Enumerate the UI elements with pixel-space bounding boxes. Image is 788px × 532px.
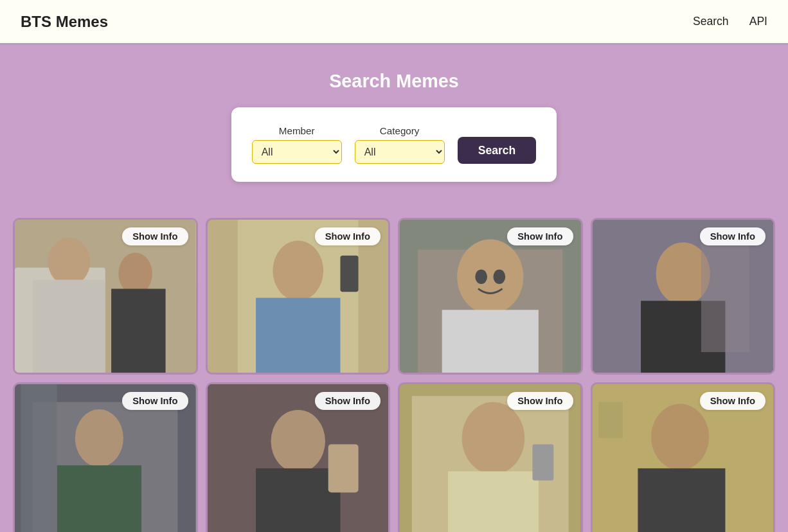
show-info-button[interactable]: Show Info bbox=[122, 227, 188, 245]
meme-card: Show Info bbox=[591, 382, 776, 532]
meme-card: Show Info bbox=[13, 218, 198, 375]
show-info-button[interactable]: Show Info bbox=[507, 227, 573, 245]
meme-card: Show Info bbox=[398, 218, 583, 375]
nav-api-link[interactable]: API bbox=[749, 15, 767, 28]
category-field: Category AllFunnyCuteReactionDancing bbox=[355, 125, 445, 164]
svg-point-15 bbox=[475, 269, 487, 284]
search-row: Member AllRMJinSugaJ-HopeJiminVJungkook … bbox=[252, 125, 537, 164]
site-title: BTS Memes bbox=[21, 13, 108, 31]
svg-rect-10 bbox=[340, 256, 358, 292]
svg-rect-20 bbox=[641, 301, 725, 373]
svg-point-2 bbox=[48, 238, 91, 286]
nav-search-link[interactable]: Search bbox=[693, 15, 729, 28]
meme-card: Show Info bbox=[13, 382, 198, 532]
meme-card: Show Info bbox=[591, 218, 776, 375]
show-info-button[interactable]: Show Info bbox=[700, 227, 766, 245]
svg-point-19 bbox=[656, 242, 710, 305]
member-field: Member AllRMJinSugaJ-HopeJiminVJungkook bbox=[252, 125, 342, 164]
svg-rect-9 bbox=[256, 298, 340, 373]
svg-point-39 bbox=[651, 404, 709, 470]
svg-rect-33 bbox=[412, 396, 569, 532]
svg-rect-31 bbox=[328, 445, 358, 493]
member-label: Member bbox=[252, 125, 342, 136]
meme-card: Show Info bbox=[206, 382, 391, 532]
search-card: Member AllRMJinSugaJ-HopeJiminVJungkook … bbox=[231, 107, 557, 182]
hero-section: Search Memes Member AllRMJinSugaJ-HopeJi… bbox=[0, 45, 788, 208]
svg-point-13 bbox=[457, 240, 523, 314]
svg-rect-25 bbox=[57, 466, 141, 532]
svg-rect-14 bbox=[442, 310, 539, 373]
svg-rect-30 bbox=[256, 468, 340, 532]
svg-point-29 bbox=[271, 410, 325, 473]
svg-point-16 bbox=[493, 269, 505, 284]
nav-links: Search API bbox=[693, 15, 767, 28]
show-info-button[interactable]: Show Info bbox=[315, 392, 381, 410]
svg-rect-23 bbox=[33, 402, 177, 532]
category-select[interactable]: AllFunnyCuteReactionDancing bbox=[355, 140, 445, 164]
show-info-button[interactable]: Show Info bbox=[507, 392, 573, 410]
meme-grid: Show Info Show Info bbox=[0, 208, 788, 532]
meme-card: Show Info bbox=[398, 382, 583, 532]
svg-point-24 bbox=[75, 409, 123, 467]
meme-card: Show Info bbox=[206, 218, 391, 375]
svg-point-34 bbox=[462, 402, 525, 475]
svg-rect-1 bbox=[15, 268, 105, 373]
show-info-button[interactable]: Show Info bbox=[700, 392, 766, 410]
category-label: Category bbox=[355, 125, 445, 136]
svg-rect-40 bbox=[638, 468, 725, 532]
svg-rect-41 bbox=[598, 402, 623, 438]
svg-rect-36 bbox=[532, 445, 553, 481]
svg-rect-3 bbox=[33, 279, 105, 373]
member-select[interactable]: AllRMJinSugaJ-HopeJiminVJungkook bbox=[252, 140, 342, 164]
navbar: BTS Memes Search API bbox=[0, 0, 788, 45]
svg-rect-5 bbox=[111, 288, 165, 373]
svg-rect-26 bbox=[21, 384, 57, 532]
page-title: Search Memes bbox=[13, 71, 775, 92]
search-button[interactable]: Search bbox=[458, 137, 537, 164]
svg-rect-35 bbox=[448, 472, 539, 532]
svg-rect-21 bbox=[701, 244, 749, 352]
show-info-button[interactable]: Show Info bbox=[315, 227, 381, 245]
svg-point-8 bbox=[273, 240, 323, 301]
svg-point-4 bbox=[118, 253, 152, 295]
show-info-button[interactable]: Show Info bbox=[122, 392, 188, 410]
svg-rect-12 bbox=[418, 249, 562, 373]
